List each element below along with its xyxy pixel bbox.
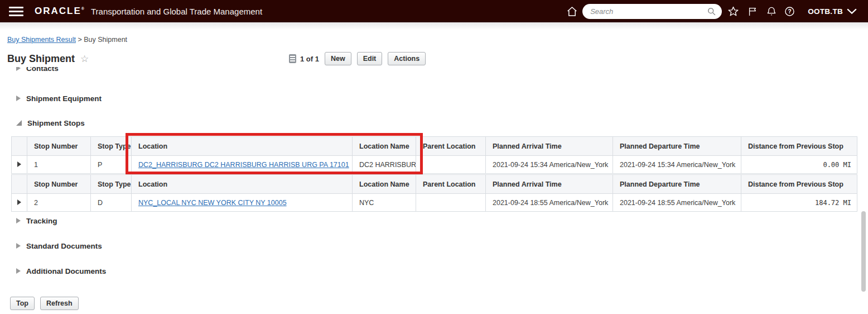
- breadcrumb-current: Buy Shipment: [84, 36, 127, 44]
- breadcrumb-separator: >: [78, 36, 84, 44]
- page-title: Buy Shipment: [7, 53, 75, 65]
- cell-planned-arrival: 2021-09-24 15:34 America/New_York: [486, 156, 613, 174]
- cell-stop-number: 2: [27, 194, 91, 212]
- cell-location-name: NYC: [353, 194, 416, 212]
- section-shipment-equipment[interactable]: Shipment Equipment: [16, 94, 102, 103]
- col-header-expand: [12, 175, 27, 194]
- app-title: Transportation and Global Trade Manageme…: [91, 7, 262, 16]
- twisty-collapsed-icon: [16, 67, 21, 71]
- notifications-bell-icon[interactable]: [766, 6, 777, 17]
- user-menu[interactable]: OOTB.TB: [808, 7, 843, 16]
- header-gradient-strip: [0, 22, 868, 30]
- section-tracking[interactable]: Tracking: [16, 216, 57, 225]
- hamburger-menu-icon[interactable]: [9, 7, 23, 16]
- cell-parent-location: [416, 156, 486, 174]
- home-icon[interactable]: [566, 6, 578, 17]
- twisty-collapsed-icon: [16, 243, 21, 249]
- section-contacts[interactable]: Contacts: [16, 67, 59, 73]
- col-header-stop-type: Stop Type: [91, 137, 132, 156]
- section-shipment-stops[interactable]: Shipment Stops: [16, 118, 85, 127]
- chevron-down-icon[interactable]: [847, 8, 857, 15]
- twisty-collapsed-icon: [16, 218, 21, 223]
- search-box[interactable]: [582, 4, 722, 19]
- col-header-stop-type: Stop Type: [91, 175, 132, 194]
- shipment-stops-table-stop2: Stop Number Stop Type Location Location …: [11, 174, 857, 212]
- content-area: Contacts Shipment Equipment Shipment Sto…: [0, 67, 868, 314]
- col-header-expand: [12, 137, 27, 156]
- location-link[interactable]: DC2_HARRISBURG DC2 HARRISBURG HARRISB UR…: [138, 161, 349, 169]
- cell-distance: 0.00 MI: [741, 156, 857, 174]
- favorite-toggle-star-icon[interactable]: ☆: [80, 54, 89, 64]
- refresh-button[interactable]: Refresh: [40, 297, 79, 310]
- col-header-distance: Distance from Previous Stop: [741, 175, 857, 194]
- topbar-actions: ? OOTB.TB: [566, 4, 857, 19]
- cell-stop-type: D: [91, 194, 132, 212]
- col-header-distance: Distance from Previous Stop: [741, 137, 857, 156]
- application-window: ORACLE® Transportation and Global Trade …: [0, 0, 868, 314]
- breadcrumb-parent-link[interactable]: Buy Shipments Result: [7, 36, 76, 44]
- top-navigation-bar: ORACLE® Transportation and Global Trade …: [0, 0, 868, 22]
- oracle-logo: ORACLE®: [35, 6, 84, 17]
- record-toolbar: 1 of 1 New Edit Actions: [289, 52, 426, 65]
- cell-planned-arrival: 2021-09-24 18:55 America/New_York: [486, 194, 613, 212]
- footer-buttons: Top Refresh: [10, 297, 79, 310]
- section-standard-documents[interactable]: Standard Documents: [16, 241, 102, 250]
- flag-icon[interactable]: [747, 6, 758, 17]
- col-header-parent-location: Parent Location: [416, 137, 486, 156]
- actions-button[interactable]: Actions: [388, 52, 426, 65]
- help-icon[interactable]: ?: [784, 6, 795, 17]
- cell-stop-type: P: [91, 156, 132, 174]
- table-row: 1 P DC2_HARRISBURG DC2 HARRISBURG HARRIS…: [12, 156, 857, 174]
- col-header-planned-departure: Planned Departure Time: [613, 175, 741, 194]
- top-button[interactable]: Top: [10, 297, 35, 310]
- cell-location: DC2_HARRISBURG DC2 HARRISBURG HARRISB UR…: [132, 156, 353, 174]
- col-header-location-name: Location Name: [353, 137, 416, 156]
- cell-distance: 184.72 MI: [741, 194, 857, 212]
- col-header-planned-departure: Planned Departure Time: [613, 137, 741, 156]
- search-input[interactable]: [590, 7, 707, 16]
- col-header-stop-number: Stop Number: [27, 175, 91, 194]
- col-header-planned-arrival: Planned Arrival Time: [486, 137, 613, 156]
- cell-planned-departure: 2021-09-24 18:55 America/New_York: [613, 194, 741, 212]
- edit-button[interactable]: Edit: [357, 52, 383, 65]
- expand-row-icon[interactable]: [17, 161, 21, 167]
- record-pagination: 1 of 1: [300, 55, 319, 63]
- cell-parent-location: [416, 194, 486, 212]
- new-button[interactable]: New: [325, 52, 351, 65]
- svg-text:?: ?: [788, 8, 792, 15]
- search-icon[interactable]: [707, 7, 716, 16]
- page-title-row: Buy Shipment ☆: [7, 53, 89, 65]
- cell-location: NYC_LOCAL NYC NEW YORK CITY NY 10005: [132, 194, 353, 212]
- shipment-stops-table-stop1: Stop Number Stop Type Location Location …: [11, 136, 857, 174]
- table-header-row: Stop Number Stop Type Location Location …: [12, 175, 857, 194]
- twisty-collapsed-icon: [16, 96, 21, 101]
- col-header-location: Location: [132, 175, 353, 194]
- section-additional-documents[interactable]: Additional Documents: [16, 267, 106, 275]
- col-header-location-name: Location Name: [353, 175, 416, 194]
- twisty-expanded-icon: [16, 120, 22, 126]
- vertical-scrollbar-thumb[interactable]: [861, 211, 866, 292]
- col-header-planned-arrival: Planned Arrival Time: [486, 175, 613, 194]
- table-row: 2 D NYC_LOCAL NYC NEW YORK CITY NY 10005…: [12, 194, 857, 212]
- expand-row-icon[interactable]: [17, 199, 21, 205]
- cell-planned-departure: 2021-09-24 15:34 America/New_York: [613, 156, 741, 174]
- col-header-location: Location: [132, 137, 353, 156]
- col-header-parent-location: Parent Location: [416, 175, 486, 194]
- twisty-collapsed-icon: [16, 268, 21, 274]
- location-link[interactable]: NYC_LOCAL NYC NEW YORK CITY NY 10005: [138, 199, 287, 207]
- breadcrumb: Buy Shipments Result > Buy Shipment: [7, 36, 127, 44]
- table-header-row: Stop Number Stop Type Location Location …: [12, 137, 857, 156]
- cell-stop-number: 1: [27, 156, 91, 174]
- cell-location-name: DC2 HARRISBURG: [353, 156, 416, 174]
- finder-results-icon: [289, 54, 296, 63]
- col-header-stop-number: Stop Number: [27, 137, 91, 156]
- favorites-star-icon[interactable]: [727, 6, 739, 17]
